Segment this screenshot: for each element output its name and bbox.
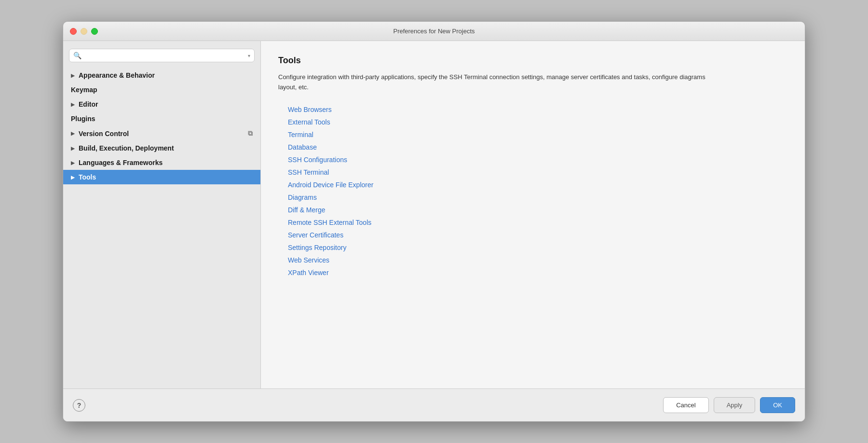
sidebar-item-label: Build, Execution, Deployment [79, 144, 174, 152]
tool-link-xpath-viewer[interactable]: XPath Viewer [288, 267, 787, 278]
tool-link-web-browsers[interactable]: Web Browsers [288, 104, 787, 115]
sidebar-item-plugins[interactable]: Plugins [63, 111, 260, 126]
copy-icon: ⧉ [248, 129, 253, 138]
preferences-window: Preferences for New Projects 🔍 ▾ ▶ Appea… [63, 21, 805, 422]
cancel-button[interactable]: Cancel [663, 397, 708, 413]
bottom-bar: ? Cancel Apply OK [63, 388, 805, 421]
ok-button[interactable]: OK [760, 397, 795, 413]
tool-link-diagrams[interactable]: Diagrams [288, 192, 787, 203]
main-content: 🔍 ▾ ▶ Appearance & Behavior Keymap ▶ Edi… [63, 41, 805, 388]
tool-link-terminal[interactable]: Terminal [288, 129, 787, 140]
panel-description: Configure integration with third-party a… [278, 72, 712, 93]
sidebar-item-appearance[interactable]: ▶ Appearance & Behavior [63, 68, 260, 83]
sidebar-item-label: Languages & Frameworks [79, 159, 163, 166]
tool-link-remote-ssh[interactable]: Remote SSH External Tools [288, 217, 787, 228]
window-title: Preferences for New Projects [393, 28, 475, 35]
tool-link-settings-repository[interactable]: Settings Repository [288, 242, 787, 253]
main-panel: Tools Configure integration with third-p… [261, 41, 805, 388]
tool-link-server-certificates[interactable]: Server Certificates [288, 230, 787, 240]
chevron-right-icon: ▶ [71, 73, 75, 78]
sidebar-item-label: Plugins [71, 115, 95, 123]
search-box[interactable]: 🔍 ▾ [69, 49, 255, 62]
chevron-right-icon: ▶ [71, 131, 75, 136]
apply-button[interactable]: Apply [714, 397, 756, 413]
tool-link-external-tools[interactable]: External Tools [288, 117, 787, 127]
sidebar-item-tools[interactable]: ▶ Tools [63, 170, 260, 184]
sidebar-item-label: Tools [79, 173, 96, 181]
minimize-button[interactable] [81, 28, 87, 35]
sidebar-item-build[interactable]: ▶ Build, Execution, Deployment [63, 141, 260, 155]
sidebar-item-keymap[interactable]: Keymap [63, 83, 260, 97]
sidebar-item-version-control[interactable]: ▶ Version Control ⧉ [63, 126, 260, 141]
chevron-right-icon: ▶ [71, 146, 75, 151]
sidebar-item-languages[interactable]: ▶ Languages & Frameworks [63, 155, 260, 170]
traffic-lights [70, 28, 98, 35]
search-input[interactable] [84, 52, 245, 59]
chevron-right-icon: ▶ [71, 175, 75, 180]
chevron-right-icon: ▶ [71, 102, 75, 107]
search-icon: 🔍 [73, 52, 81, 59]
tool-link-ssh-terminal[interactable]: SSH Terminal [288, 167, 787, 178]
close-button[interactable] [70, 28, 77, 35]
sidebar-item-label: Appearance & Behavior [79, 71, 155, 79]
tool-link-web-services[interactable]: Web Services [288, 255, 787, 265]
sidebar: 🔍 ▾ ▶ Appearance & Behavior Keymap ▶ Edi… [63, 41, 261, 388]
sidebar-item-label: Editor [79, 100, 98, 108]
tool-link-database[interactable]: Database [288, 142, 787, 152]
titlebar: Preferences for New Projects [63, 22, 805, 41]
tools-list: Web Browsers External Tools Terminal Dat… [278, 104, 787, 278]
maximize-button[interactable] [91, 28, 98, 35]
tool-link-ssh-configurations[interactable]: SSH Configurations [288, 154, 787, 165]
help-button[interactable]: ? [73, 399, 85, 412]
search-dropdown-icon: ▾ [248, 53, 250, 58]
sidebar-item-label: Keymap [71, 86, 97, 94]
sidebar-item-editor[interactable]: ▶ Editor [63, 97, 260, 111]
panel-title: Tools [278, 55, 787, 66]
tool-link-android-device[interactable]: Android Device File Explorer [288, 180, 787, 190]
bottom-buttons: Cancel Apply OK [663, 397, 795, 413]
chevron-right-icon: ▶ [71, 160, 75, 166]
sidebar-item-label: Version Control [79, 130, 129, 138]
tool-link-diff-merge[interactable]: Diff & Merge [288, 205, 787, 215]
